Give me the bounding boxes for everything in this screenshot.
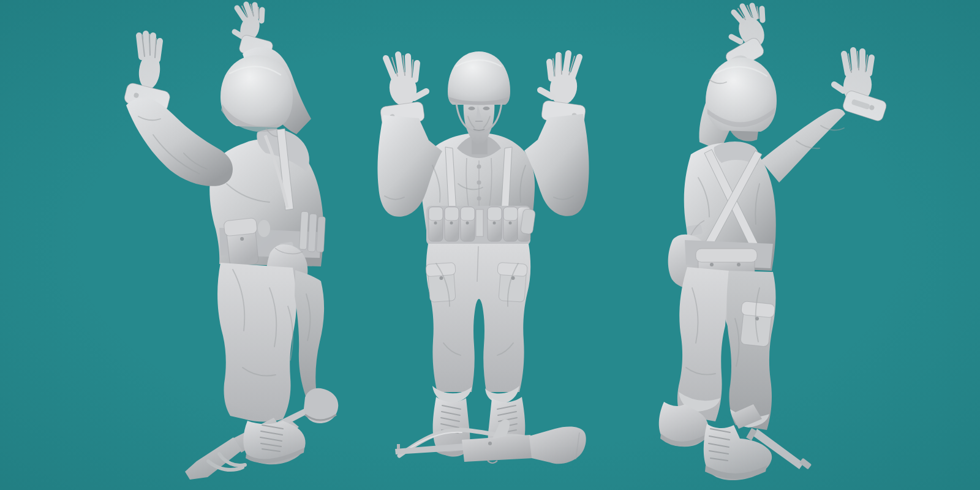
render-stage (0, 0, 980, 490)
vignette-overlay (0, 0, 980, 490)
sculpt-render-canvas (0, 0, 980, 490)
